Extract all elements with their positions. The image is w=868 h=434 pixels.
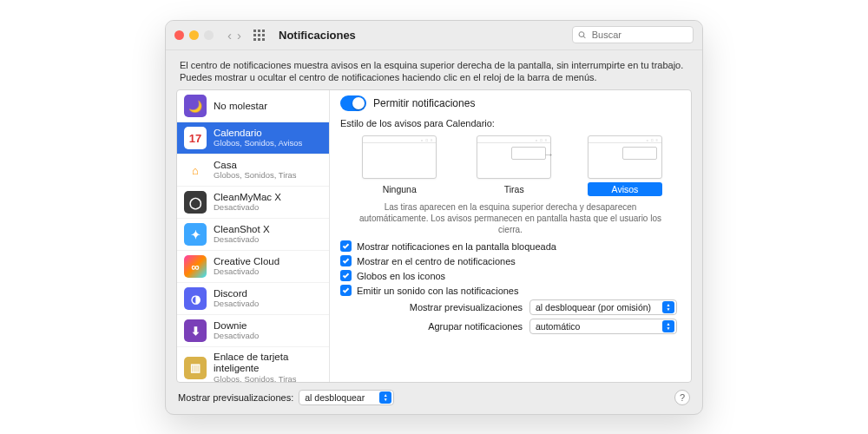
content-panel: 🌙No molestar17CalendarioGlobos, Sonidos,… [176, 89, 692, 382]
checkbox-icon [340, 285, 352, 296]
traffic-lights [174, 30, 214, 40]
alert-styles: ○ □ ≡ Ninguna ○ □ ≡→ Tiras ○ □ ≡ Avisos [340, 135, 681, 196]
all-prefs-icon[interactable] [253, 30, 265, 41]
sidebar-item-label: Enlace de tarjeta inteligente [214, 352, 322, 374]
sidebar-item[interactable]: ◯CleanMyMac XDesactivado [177, 187, 329, 219]
app-icon: ✦ [184, 223, 207, 246]
checkbox-icon [340, 270, 352, 281]
checkbox-icon [340, 255, 352, 266]
sidebar-item-sub: Desactivado [214, 235, 270, 245]
sidebar-item-sub: Globos, Sonidos, Tiras [214, 375, 322, 382]
app-icon: ◯ [184, 191, 207, 214]
sidebar-item[interactable]: 🌙No molestar [177, 90, 329, 122]
checkbox-icon [340, 240, 352, 252]
search-field[interactable] [572, 26, 694, 43]
close-button[interactable] [174, 30, 184, 40]
sidebar-item-sub: Desactivado [214, 332, 259, 341]
app-icon: 17 [184, 127, 207, 149]
allow-row: Permitir notificaciones [340, 95, 681, 111]
app-icon: ∞ [184, 255, 207, 278]
preview-select[interactable]: al desbloquear (por omisión) ▲▼ [529, 299, 677, 315]
footer: Mostrar previsualizaciones: al desbloque… [166, 386, 702, 414]
footer-label: Mostrar previsualizaciones: [178, 392, 293, 403]
app-icon: ⌂ [184, 159, 207, 181]
sidebar-item[interactable]: ⌂CasaGlobos, Sonidos, Tiras [177, 155, 329, 187]
forward-button[interactable]: › [237, 28, 241, 43]
app-icon: ⬇ [184, 319, 207, 342]
check-lockscreen[interactable]: Mostrar notificaciones en la pantalla bl… [340, 240, 681, 252]
style-hint: Las tiras aparecen en la esquina superio… [340, 201, 681, 235]
sidebar-item-sub: Desactivado [214, 267, 279, 277]
sidebar-item[interactable]: ▥Enlace de tarjeta inteligenteGlobos, So… [177, 347, 329, 381]
style-alerts[interactable]: ○ □ ≡ Avisos [588, 135, 663, 196]
help-button[interactable]: ? [674, 390, 690, 405]
preview-select-row: Mostrar previsualizaciones al desbloquea… [340, 299, 677, 315]
minimize-button[interactable] [189, 30, 199, 40]
sidebar-item-sub: Globos, Sonidos, Avisos [214, 139, 302, 148]
detail-panel: Permitir notificaciones Estilo de los av… [330, 90, 691, 381]
nav-buttons: ‹ › [227, 28, 241, 43]
sidebar-item[interactable]: 17CalendarioGlobos, Sonidos, Avisos [177, 122, 329, 155]
style-none[interactable]: ○ □ ≡ Ninguna [358, 135, 441, 196]
allow-toggle[interactable] [340, 95, 366, 111]
check-sound[interactable]: Emitir un sonido con las notificaciones [340, 285, 681, 296]
sidebar-item[interactable]: ⬇DownieDesactivado [177, 315, 329, 347]
chevron-updown-icon: ▲▼ [662, 320, 674, 332]
app-sidebar[interactable]: 🌙No molestar17CalendarioGlobos, Sonidos,… [177, 90, 330, 381]
app-icon: 🌙 [184, 95, 207, 117]
sidebar-item[interactable]: ◑DiscordDesactivado [177, 283, 329, 315]
footer-select[interactable]: al desbloquear ▲▼ [299, 390, 394, 405]
window-title: Notificaciones [279, 29, 356, 42]
app-icon: ◑ [184, 287, 207, 310]
sidebar-item-sub: Desactivado [214, 299, 259, 309]
group-select-row: Agrupar notificaciones automático ▲▼ [340, 319, 677, 334]
allow-label: Permitir notificaciones [373, 97, 475, 109]
sidebar-item-sub: Desactivado [214, 203, 281, 213]
sidebar-item[interactable]: ∞Creative CloudDesactivado [177, 251, 329, 283]
sidebar-item-label: No molestar [214, 101, 267, 112]
sidebar-item[interactable]: ✦CleanShot XDesactivado [177, 219, 329, 251]
style-banners[interactable]: ○ □ ≡→ Tiras [477, 135, 551, 196]
app-icon: ▥ [184, 357, 207, 379]
description-text: El centro de notificaciones muestra avis… [166, 50, 702, 89]
titlebar: ‹ › Notificaciones [166, 21, 702, 50]
preferences-window: ‹ › Notificaciones El centro de notifica… [165, 20, 703, 415]
maximize-button[interactable] [204, 30, 214, 40]
group-select[interactable]: automático ▲▼ [529, 319, 677, 334]
search-input[interactable] [590, 29, 687, 41]
alert-style-title: Estilo de los avisos para Calendario: [340, 118, 681, 128]
search-icon [578, 30, 587, 40]
check-center[interactable]: Mostrar en el centro de notificaciones [340, 255, 681, 266]
chevron-updown-icon: ▲▼ [662, 301, 674, 313]
sidebar-item-sub: Globos, Sonidos, Tiras [214, 171, 297, 181]
check-badge[interactable]: Globos en los iconos [340, 270, 681, 281]
chevron-updown-icon: ▲▼ [379, 391, 391, 404]
back-button[interactable]: ‹ [227, 28, 232, 43]
